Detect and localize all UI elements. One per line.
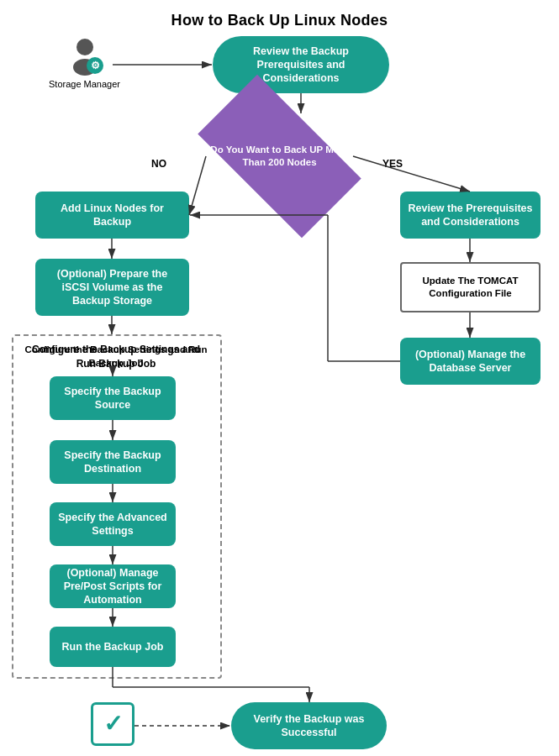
- add-linux-nodes-box: Add Linux Nodes for Backup: [35, 192, 189, 239]
- page-title: How to Back Up Linux Nodes: [0, 0, 559, 29]
- diamond-container: Do You Want to Back UP More Than 200 Nod…: [206, 114, 353, 198]
- verify-backup-box: Verify the Backup was Successful: [231, 702, 387, 749]
- svg-line-9: [353, 156, 470, 192]
- verify-checkbox-icon: ✓: [91, 702, 134, 746]
- review-backup-prereqs-box: Review the Backup Prerequisites and Cons…: [213, 36, 389, 93]
- diamond-label: Do You Want to Back UP More Than 200 Nod…: [206, 140, 353, 172]
- diagram-container: How to Back Up Linux Nodes ⚙ Storage Man…: [0, 0, 559, 756]
- run-backup-box: Run the Backup Job: [50, 627, 176, 667]
- svg-text:⚙: ⚙: [90, 60, 99, 71]
- optional-scripts-box: (Optional) Manage Pre/Post Scripts for A…: [50, 564, 176, 608]
- storage-manager-label: Storage Manager: [49, 79, 120, 89]
- storage-manager-icon: ⚙: [63, 35, 107, 79]
- configure-settings-label: Configure the Backup Settings and Run Ba…: [24, 343, 208, 370]
- yes-label: YES: [382, 158, 403, 170]
- review-prereqs-box: Review the Prerequisites and Considerati…: [400, 192, 541, 239]
- svg-line-8: [189, 156, 206, 215]
- optional-db-box: (Optional) Manage the Database Server: [400, 338, 541, 385]
- storage-manager: ⚙ Storage Manager: [49, 35, 120, 89]
- optional-iscsi-box: (Optional) Prepare the iSCSI Volume as t…: [35, 259, 189, 316]
- no-label: NO: [151, 158, 166, 170]
- specify-dest-box: Specify the Backup Destination: [50, 440, 176, 484]
- specify-source-box: Specify the Backup Source: [50, 376, 176, 420]
- specify-advanced-box: Specify the Advanced Settings: [50, 502, 176, 546]
- svg-point-0: [76, 39, 93, 55]
- checkmark-icon: ✓: [103, 712, 123, 736]
- update-tomcat-box: Update The TOMCAT Configuration File: [400, 262, 541, 312]
